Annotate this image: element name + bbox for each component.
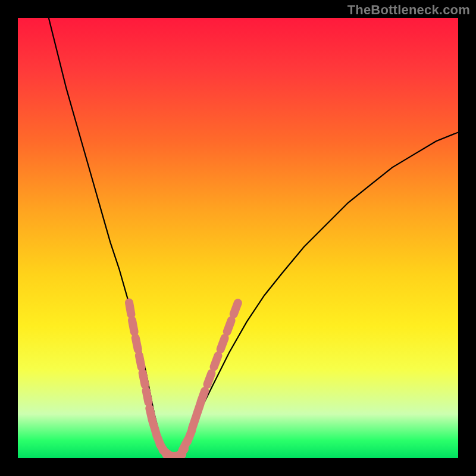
bottleneck-curve-svg <box>18 18 458 458</box>
curve-marker <box>221 338 225 349</box>
curve-marker <box>146 391 149 403</box>
curve-marker <box>129 303 131 315</box>
bottleneck-curve <box>49 18 458 458</box>
curve-marker <box>136 338 138 350</box>
curve-marker <box>201 391 205 402</box>
curve-marker <box>227 321 231 332</box>
plot-area <box>18 18 458 458</box>
marker-group <box>129 303 238 459</box>
curve-marker <box>139 355 142 367</box>
curve-marker <box>132 320 134 332</box>
watermark-text: TheBottleneck.com <box>347 2 470 18</box>
curve-marker <box>143 373 145 385</box>
chart-frame: TheBottleneck.com <box>0 0 476 476</box>
curve-marker <box>207 373 211 384</box>
curve-marker <box>234 303 238 314</box>
curve-marker <box>214 356 218 367</box>
